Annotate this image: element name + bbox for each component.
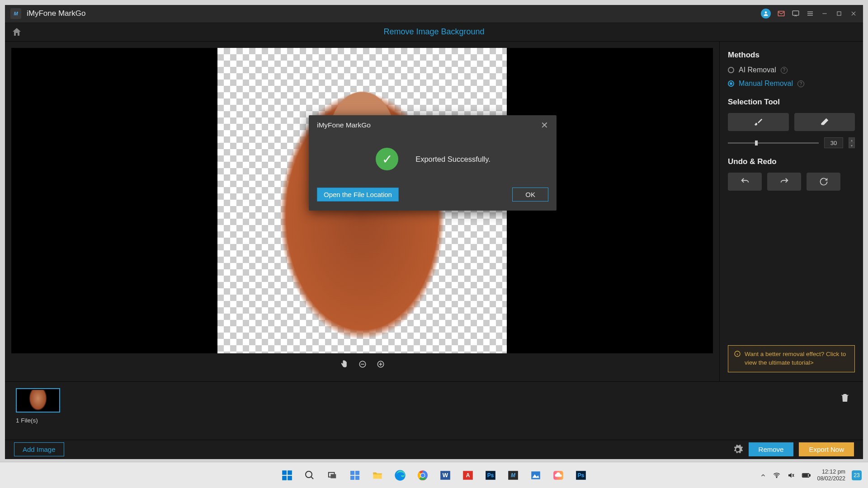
- zoom-out-icon[interactable]: [359, 360, 367, 368]
- svg-text:A: A: [466, 472, 470, 479]
- header-row: Remove Image Background: [5, 23, 863, 42]
- image-thumbnail[interactable]: [16, 388, 60, 413]
- system-clock[interactable]: 12:12 pm 08/02/2022: [817, 469, 845, 482]
- chrome-icon[interactable]: [414, 466, 432, 484]
- photoshop-icon-2[interactable]: Ps: [572, 466, 590, 484]
- svg-line-23: [311, 477, 313, 479]
- creative-cloud-icon[interactable]: [549, 466, 567, 484]
- close-icon[interactable]: [849, 9, 858, 18]
- tray-chevron-icon[interactable]: [760, 472, 766, 479]
- brush-size-value[interactable]: 30: [824, 137, 843, 148]
- brush-tool-button[interactable]: [728, 113, 789, 131]
- volume-icon[interactable]: [787, 471, 795, 479]
- reset-button[interactable]: [807, 173, 840, 191]
- undo-redo-heading: Undo & Redo: [728, 157, 855, 166]
- time-text: 12:12 pm: [822, 469, 845, 475]
- brush-size-up[interactable]: ▲: [849, 137, 855, 143]
- hand-tool-icon[interactable]: [340, 360, 349, 369]
- file-count: 1 File(s): [16, 417, 852, 424]
- app-window: M iMyFone MarkGo: [5, 5, 863, 459]
- settings-button[interactable]: [732, 444, 743, 455]
- file-explorer-icon[interactable]: [368, 466, 387, 484]
- brush-size-slider[interactable]: [728, 142, 819, 144]
- footer-row: Add Image Remove Export Now: [5, 440, 863, 459]
- remove-button[interactable]: Remove: [749, 442, 794, 456]
- svg-rect-20: [282, 476, 287, 480]
- maximize-icon[interactable]: [835, 9, 843, 18]
- svg-rect-21: [288, 476, 292, 480]
- start-button[interactable]: [278, 466, 296, 484]
- help-icon[interactable]: ?: [781, 67, 788, 74]
- app-logo-icon: M: [10, 8, 21, 19]
- user-account-icon[interactable]: [761, 9, 771, 19]
- redo-button[interactable]: [767, 173, 801, 191]
- word-icon[interactable]: W: [436, 466, 454, 484]
- app-title: iMyFone MarkGo: [27, 9, 85, 18]
- selection-tool-heading: Selection Tool: [728, 98, 855, 107]
- svg-point-36: [421, 473, 425, 477]
- export-now-button[interactable]: Export Now: [799, 442, 854, 456]
- svg-rect-19: [288, 470, 292, 475]
- battery-icon[interactable]: [802, 472, 811, 479]
- titlebar: M iMyFone MarkGo: [5, 5, 863, 23]
- feedback-icon[interactable]: [792, 9, 800, 18]
- svg-rect-26: [350, 471, 354, 475]
- brush-size-down[interactable]: ▼: [849, 143, 855, 148]
- photoshop-icon[interactable]: Ps: [481, 466, 500, 484]
- thumbnail-preview: [29, 390, 47, 411]
- svg-rect-2: [793, 11, 799, 15]
- help-icon[interactable]: ?: [797, 80, 804, 87]
- minimize-icon[interactable]: [821, 9, 829, 18]
- tip-text: Want a better removal effect? Click to v…: [745, 350, 849, 367]
- ok-button[interactable]: OK: [512, 188, 548, 202]
- thumbnail-strip: 1 File(s): [5, 381, 863, 440]
- photos-icon[interactable]: [527, 466, 545, 484]
- acrobat-icon[interactable]: A: [459, 466, 477, 484]
- svg-rect-54: [810, 474, 811, 476]
- menu-icon[interactable]: [806, 9, 814, 18]
- notification-badge[interactable]: 23: [852, 470, 862, 480]
- eraser-tool-button[interactable]: [794, 113, 855, 131]
- export-success-dialog: iMyFone MarkGo ✕ ✓ Exported Successfully…: [309, 115, 557, 211]
- tutorial-tip[interactable]: Want a better removal effect? Click to v…: [728, 345, 855, 372]
- slider-thumb[interactable]: [755, 141, 758, 145]
- info-icon: [734, 350, 741, 367]
- undo-button[interactable]: [728, 173, 762, 191]
- markgo-taskbar-icon[interactable]: M: [504, 466, 522, 484]
- add-image-button[interactable]: Add Image: [14, 442, 64, 456]
- canvas-area: [5, 42, 719, 381]
- ai-removal-label: AI Removal: [739, 66, 776, 74]
- svg-rect-7: [837, 12, 841, 15]
- svg-rect-45: [531, 471, 540, 479]
- open-file-location-button[interactable]: Open the File Location: [317, 188, 399, 202]
- right-panel: Methods AI Removal ? Manual Removal ? Se…: [719, 42, 863, 381]
- svg-rect-18: [282, 470, 287, 475]
- svg-rect-25: [330, 474, 336, 478]
- manual-removal-radio[interactable]: Manual Removal ?: [728, 80, 855, 88]
- dialog-message: Exported Successfully.: [415, 155, 491, 164]
- wifi-icon[interactable]: [773, 471, 781, 479]
- svg-rect-27: [355, 471, 359, 475]
- dialog-close-icon[interactable]: ✕: [541, 120, 548, 131]
- date-text: 08/02/2022: [817, 475, 845, 482]
- dialog-title: iMyFone MarkGo: [317, 121, 371, 129]
- radio-icon: [728, 80, 734, 87]
- home-button[interactable]: [11, 27, 22, 38]
- page-title: Remove Image Background: [383, 27, 484, 37]
- success-check-icon: ✓: [375, 147, 399, 171]
- svg-text:M: M: [511, 472, 516, 479]
- svg-rect-55: [803, 474, 808, 476]
- svg-rect-28: [350, 476, 354, 480]
- zoom-in-icon[interactable]: [377, 360, 385, 368]
- mail-icon[interactable]: [777, 9, 785, 18]
- radio-icon: [728, 67, 734, 73]
- delete-button[interactable]: [840, 392, 850, 404]
- manual-removal-label: Manual Removal: [739, 80, 793, 88]
- svg-text:Ps: Ps: [578, 472, 585, 479]
- edge-icon[interactable]: [391, 466, 409, 484]
- widgets-icon[interactable]: [346, 466, 364, 484]
- search-icon[interactable]: [301, 466, 319, 484]
- task-view-icon[interactable]: [323, 466, 341, 484]
- ai-removal-radio[interactable]: AI Removal ?: [728, 66, 855, 74]
- svg-text:W: W: [443, 472, 448, 479]
